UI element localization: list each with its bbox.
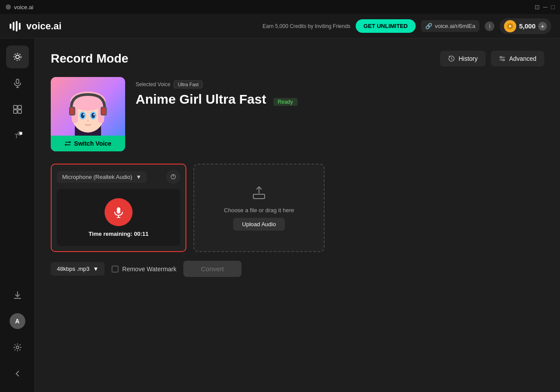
sidebar-item-collapse[interactable] <box>6 362 29 385</box>
add-credits-button[interactable]: + <box>538 22 547 31</box>
credits-badge: 5,000 + <box>500 18 551 34</box>
voice-ai-logo-icon <box>9 19 23 33</box>
logo: voice.ai <box>9 19 62 33</box>
avatar-letter: A <box>10 313 25 329</box>
bitrate-arrow-icon: ▼ <box>93 266 98 272</box>
svg-rect-11 <box>14 105 17 109</box>
info-button[interactable]: i <box>485 21 494 31</box>
microphone-dropdown[interactable]: Microphone (Realtek Audio) ▼ <box>57 171 147 183</box>
sidebar-item-text[interactable]: T 💬 <box>6 124 29 147</box>
collapse-icon <box>13 369 22 378</box>
sidebar-item-settings[interactable] <box>6 336 29 359</box>
remove-watermark-row[interactable]: Remove Watermark <box>112 266 176 273</box>
voice-info: Selected Voice Ultra Fast Anime Girl Ult… <box>136 77 298 107</box>
svg-point-34 <box>81 113 84 118</box>
power-button[interactable] <box>166 170 180 184</box>
upload-panel[interactable]: Choose a file or drag it here Upload Aud… <box>193 164 325 252</box>
sidebar-item-radio[interactable] <box>6 46 29 68</box>
svg-rect-41 <box>70 108 74 115</box>
voice-name: Anime Girl Ultra Fast <box>136 92 266 106</box>
svg-text:💬: 💬 <box>19 131 22 136</box>
maximize-icon[interactable]: □ <box>551 4 555 10</box>
sidebar-item-grid[interactable] <box>6 98 29 121</box>
history-icon <box>448 55 455 62</box>
bottom-bar: 48kbps .mp3 ▼ Remove Watermark Convert <box>51 261 544 277</box>
svg-rect-8 <box>16 79 19 84</box>
svg-rect-42 <box>102 108 106 115</box>
history-button[interactable]: History <box>440 51 486 66</box>
sidebar-item-mic[interactable] <box>6 72 29 94</box>
svg-rect-2 <box>13 22 14 31</box>
input-row: Microphone (Realtek Audio) ▼ <box>51 164 544 252</box>
svg-rect-48 <box>253 194 265 199</box>
minimize-icon[interactable]: ─ <box>543 4 548 10</box>
record-button[interactable] <box>105 198 133 226</box>
svg-point-25 <box>503 59 504 61</box>
voice-name-row: Anime Girl Ultra Fast Ready <box>136 92 298 107</box>
svg-rect-3 <box>16 21 18 32</box>
download-icon <box>13 290 22 300</box>
credits-count: 5,000 <box>519 22 536 30</box>
dropdown-arrow-icon: ▼ <box>136 174 141 180</box>
voice-section: Switch Voice Selected Voice Ultra Fast A… <box>51 77 544 151</box>
page-title: Record Mode <box>51 52 128 66</box>
selected-voice-row: Selected Voice Ultra Fast <box>136 80 298 88</box>
title-bar-app-name: voice.ai <box>5 4 33 10</box>
title-bar: voice.ai ⊡ ─ □ <box>0 0 560 14</box>
discord-control-icon[interactable]: ⊡ <box>535 4 540 10</box>
upload-svg-icon <box>252 186 266 200</box>
upload-icon <box>252 186 266 203</box>
advanced-icon <box>499 55 506 62</box>
upload-hint-text: Choose a file or drag it here <box>224 207 294 214</box>
history-label: History <box>458 55 478 62</box>
svg-point-36 <box>83 114 84 116</box>
microphone-icon <box>13 78 22 88</box>
sidebar-bottom: A <box>6 284 29 385</box>
speaker-icon <box>507 23 514 30</box>
switch-icon <box>64 140 71 147</box>
header: voice.ai Earn 5,000 Credits by Inviting … <box>0 14 560 38</box>
get-unlimited-button[interactable]: GET UNLIMITED <box>356 19 416 33</box>
svg-rect-1 <box>10 24 11 29</box>
svg-point-37 <box>94 114 95 116</box>
page-actions: History Advanced <box>440 51 544 66</box>
power-icon <box>170 173 177 180</box>
remove-watermark-checkbox[interactable] <box>112 266 119 273</box>
link-icon: 🔗 <box>425 23 432 29</box>
svg-point-6 <box>16 55 19 59</box>
svg-rect-13 <box>14 110 17 113</box>
window-controls[interactable]: ⊡ ─ □ <box>535 4 555 10</box>
svg-point-24 <box>500 56 502 58</box>
sidebar-item-download[interactable] <box>6 284 29 306</box>
voice-card[interactable]: Switch Voice <box>51 77 125 151</box>
radio-icon <box>12 52 23 62</box>
microphone-label: Microphone (Realtek Audio) <box>62 174 132 180</box>
mic-selector: Microphone (Realtek Audio) ▼ <box>57 170 180 184</box>
record-panel: Microphone (Realtek Audio) ▼ <box>51 164 186 252</box>
user-avatar[interactable]: A <box>6 310 29 332</box>
referral-url: voice.ai/r/6mlEa <box>435 23 475 29</box>
advanced-label: Advanced <box>509 55 536 62</box>
logo-icon <box>9 19 23 33</box>
credits-icon <box>504 20 516 32</box>
settings-icon <box>13 343 22 352</box>
text-icon: T 💬 <box>13 131 22 140</box>
selected-voice-text: Selected Voice <box>136 81 170 88</box>
switch-voice-overlay[interactable]: Switch Voice <box>51 136 125 151</box>
logo-text: voice.ai <box>26 21 62 32</box>
time-remaining: Time remaining: 00:11 <box>88 231 148 237</box>
convert-button[interactable]: Convert <box>183 261 242 277</box>
ready-badge: Ready <box>273 98 298 106</box>
svg-rect-12 <box>18 105 21 109</box>
svg-point-38 <box>87 120 89 122</box>
bitrate-dropdown[interactable]: 48kbps .mp3 ▼ <box>51 262 105 276</box>
upload-audio-button[interactable]: Upload Audio <box>233 218 284 231</box>
record-area: Time remaining: 00:11 <box>57 189 180 246</box>
app-title: voice.ai <box>14 4 33 10</box>
svg-rect-4 <box>19 23 21 30</box>
advanced-button[interactable]: Advanced <box>491 51 544 66</box>
page-header: Record Mode History <box>51 51 544 66</box>
record-mic-icon <box>112 206 125 218</box>
svg-rect-45 <box>117 207 120 214</box>
referral-box: 🔗 voice.ai/r/6mlEa <box>421 20 480 32</box>
